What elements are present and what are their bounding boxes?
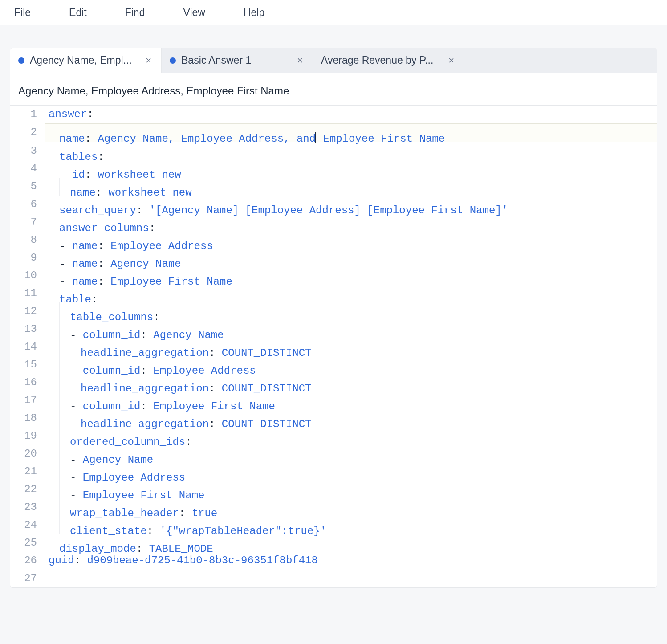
menu-help[interactable]: Help <box>244 7 264 19</box>
line-number: 17 <box>10 391 45 409</box>
indent-guide <box>49 285 59 302</box>
line-number: 4 <box>10 160 45 178</box>
tab-0[interactable]: Agency Name, Empl...× <box>10 48 162 73</box>
code-line[interactable]: 2name: Agency Name, Employee Address, an… <box>10 123 657 142</box>
code-line[interactable]: 11table: <box>10 285 657 302</box>
code-content[interactable]: client_state: '{"wrapTableHeader":true}' <box>45 516 657 534</box>
tab-label: Average Revenue by P... <box>321 54 441 66</box>
code-line[interactable]: 20- Agency Name <box>10 445 657 463</box>
indent-guide <box>49 463 59 481</box>
menu-edit[interactable]: Edit <box>69 7 87 19</box>
line-number: 19 <box>10 427 45 445</box>
code-line[interactable]: 14headline_aggregation: COUNT_DISTINCT <box>10 338 657 356</box>
code-content[interactable]: - name: Employee Address <box>45 231 657 249</box>
code-line[interactable]: 18headline_aggregation: COUNT_DISTINCT <box>10 409 657 427</box>
indent-guide <box>59 463 70 481</box>
menu-file[interactable]: File <box>14 7 31 19</box>
code-line[interactable]: 22- Employee First Name <box>10 481 657 498</box>
code-content[interactable]: table: <box>45 285 657 302</box>
close-icon[interactable]: × <box>447 55 456 66</box>
code-content[interactable]: name: Agency Name, Employee Address, and… <box>45 123 657 142</box>
code-content[interactable]: tables: <box>45 142 657 160</box>
line-number: 20 <box>10 445 45 463</box>
code-content[interactable]: - column_id: Agency Name <box>45 320 657 338</box>
indent-guide <box>59 498 70 516</box>
close-icon[interactable]: × <box>144 55 153 66</box>
code-line[interactable]: 6search_query: '[Agency Name] [Employee … <box>10 196 657 213</box>
line-number: 24 <box>10 516 45 534</box>
code-content[interactable] <box>45 570 657 587</box>
code-content[interactable]: answer: <box>45 106 657 123</box>
code-content[interactable]: name: worksheet new <box>45 178 657 196</box>
menu-find[interactable]: Find <box>125 7 145 19</box>
line-number: 11 <box>10 285 45 302</box>
code-line[interactable]: 10- name: Employee First Name <box>10 267 657 285</box>
close-icon[interactable]: × <box>295 55 305 66</box>
indent-guide <box>49 320 59 338</box>
code-content[interactable]: wrap_table_header: true <box>45 498 657 516</box>
tab-bar: Agency Name, Empl...×Basic Answer 1×Aver… <box>10 48 657 73</box>
indent-guide <box>59 356 70 374</box>
code-editor[interactable]: 1answer:2name: Agency Name, Employee Add… <box>10 105 657 587</box>
tab-label: Agency Name, Empl... <box>30 54 138 66</box>
line-number: 5 <box>10 178 45 196</box>
code-line[interactable]: 17- column_id: Employee First Name <box>10 391 657 409</box>
line-number: 12 <box>10 302 45 320</box>
code-content[interactable]: answer_columns: <box>45 213 657 231</box>
modified-dot-icon <box>18 57 24 64</box>
code-line[interactable]: 8- name: Employee Address <box>10 231 657 249</box>
line-number: 23 <box>10 498 45 516</box>
indent-guide <box>59 516 70 534</box>
line-number: 15 <box>10 356 45 374</box>
code-token: : <box>87 108 93 120</box>
line-number: 2 <box>10 123 45 142</box>
code-content[interactable]: table_columns: <box>45 302 657 320</box>
code-line[interactable]: 5name: worksheet new <box>10 178 657 196</box>
tab-2[interactable]: Average Revenue by P...× <box>313 48 464 73</box>
code-line[interactable]: 3tables: <box>10 142 657 160</box>
document-title: Agency Name, Employee Address, Employee … <box>10 73 657 105</box>
indent-guide <box>49 338 59 356</box>
code-line[interactable]: 4- id: worksheet new <box>10 160 657 178</box>
code-content[interactable]: - id: worksheet new <box>45 160 657 178</box>
code-line[interactable]: 23wrap_table_header: true <box>10 498 657 516</box>
code-content[interactable]: headline_aggregation: COUNT_DISTINCT <box>45 338 657 356</box>
code-content[interactable]: display_mode: TABLE_MODE <box>45 534 657 552</box>
code-line[interactable]: 19ordered_column_ids: <box>10 427 657 445</box>
code-content[interactable]: - Employee First Name <box>45 481 657 498</box>
code-line[interactable]: 7answer_columns: <box>10 213 657 231</box>
code-line[interactable]: 12table_columns: <box>10 302 657 320</box>
code-content[interactable]: - column_id: Employee Address <box>45 356 657 374</box>
code-content[interactable]: ordered_column_ids: <box>45 427 657 445</box>
code-content[interactable]: - name: Employee First Name <box>45 267 657 285</box>
code-token: d909beae-d725-41b0-8b3c-96351f8bf418 <box>87 554 317 567</box>
line-number: 10 <box>10 267 45 285</box>
code-content[interactable]: headline_aggregation: COUNT_DISTINCT <box>45 374 657 391</box>
code-content[interactable]: - name: Agency Name <box>45 249 657 267</box>
code-content[interactable]: - Employee Address <box>45 463 657 481</box>
code-content[interactable]: headline_aggregation: COUNT_DISTINCT <box>45 409 657 427</box>
line-number: 1 <box>10 106 45 123</box>
code-line[interactable]: 1answer: <box>10 106 657 123</box>
code-line[interactable]: 16headline_aggregation: COUNT_DISTINCT <box>10 374 657 391</box>
indent-guide <box>49 409 59 427</box>
code-line[interactable]: 9- name: Agency Name <box>10 249 657 267</box>
code-content[interactable]: guid: d909beae-d725-41b0-8b3c-96351f8bf4… <box>45 552 657 570</box>
menu-view[interactable]: View <box>183 7 205 19</box>
code-content[interactable]: - Agency Name <box>45 445 657 463</box>
code-line[interactable]: 26guid: d909beae-d725-41b0-8b3c-96351f8b… <box>10 552 657 570</box>
code-line[interactable]: 25display_mode: TABLE_MODE <box>10 534 657 552</box>
code-content[interactable]: search_query: '[Agency Name] [Employee A… <box>45 196 657 213</box>
code-content[interactable]: - column_id: Employee First Name <box>45 391 657 409</box>
tab-1[interactable]: Basic Answer 1× <box>162 48 313 73</box>
indent-guide <box>49 427 59 445</box>
editor-panel: Agency Name, Empl...×Basic Answer 1×Aver… <box>10 48 657 588</box>
line-number: 3 <box>10 142 45 160</box>
indent-guide <box>49 178 59 196</box>
code-line[interactable]: 24client_state: '{"wrapTableHeader":true… <box>10 516 657 534</box>
indent-guide <box>49 142 59 160</box>
code-line[interactable]: 15- column_id: Employee Address <box>10 356 657 374</box>
code-line[interactable]: 21- Employee Address <box>10 463 657 481</box>
code-line[interactable]: 13- column_id: Agency Name <box>10 320 657 338</box>
code-line[interactable]: 27 <box>10 570 657 587</box>
